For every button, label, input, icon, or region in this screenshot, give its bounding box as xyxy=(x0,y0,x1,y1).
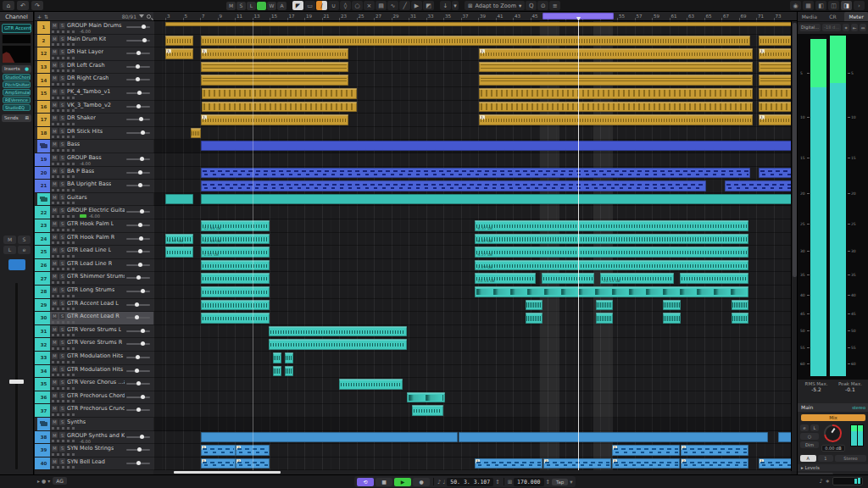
track-mini-controls[interactable] xyxy=(52,215,77,218)
audio-clip[interactable] xyxy=(663,300,681,311)
undo-icon[interactable]: ↶ xyxy=(17,1,29,10)
track-mini-controls[interactable] xyxy=(52,149,77,152)
volume-slider[interactable] xyxy=(126,251,150,252)
audio-clip[interactable] xyxy=(407,392,445,403)
volume-slider[interactable] xyxy=(126,383,150,385)
volume-slider[interactable] xyxy=(126,225,150,226)
track-mini-controls[interactable] xyxy=(52,123,77,125)
autoscroll-icon[interactable]: ↓ xyxy=(440,1,451,10)
audio-clip[interactable] xyxy=(542,273,594,284)
audio-clip[interactable] xyxy=(165,36,193,47)
track-mini-controls[interactable] xyxy=(52,361,77,363)
audio-clip[interactable] xyxy=(201,300,270,311)
audio-clip[interactable] xyxy=(596,300,613,311)
track-icon[interactable]: 13 xyxy=(37,61,50,74)
track-icon[interactable]: 21 xyxy=(37,180,50,192)
monitor-1-button[interactable]: 1 xyxy=(818,455,834,462)
solo-button[interactable]: S xyxy=(59,287,65,293)
snap-type-dropdown[interactable]: ⊞Adapt to Zoom▾ xyxy=(465,1,525,10)
track-name[interactable]: VK_3_Tambo_v2 xyxy=(67,102,111,108)
audio-clip[interactable]: -12.44 dB xyxy=(201,234,270,245)
volume-slider-thumb[interactable] xyxy=(140,209,144,214)
audio-clip[interactable] xyxy=(680,273,748,284)
eq-toggle-button[interactable]: ≡ xyxy=(549,1,560,10)
midi-clip[interactable]: 1 xyxy=(475,458,542,469)
mute-button[interactable]: M xyxy=(52,168,58,174)
solo-button[interactable]: S xyxy=(59,155,65,161)
volume-slider-thumb[interactable] xyxy=(141,395,145,399)
track-icon[interactable]: 19 xyxy=(37,153,50,166)
tab-media[interactable]: Media xyxy=(798,12,821,21)
insert-slot[interactable]: PitchShifter xyxy=(3,81,31,88)
track-name[interactable]: Main Drum Kit xyxy=(67,36,106,42)
solo-button[interactable]: S xyxy=(59,406,65,412)
track-mini-controls[interactable] xyxy=(52,347,77,350)
mute-button[interactable]: M xyxy=(52,75,58,81)
track-icon[interactable]: 22 xyxy=(37,206,50,219)
track-icon[interactable]: 18 xyxy=(37,127,50,140)
search-track-icon[interactable] xyxy=(147,14,151,19)
audio-clip[interactable] xyxy=(479,62,753,73)
track-icon[interactable]: 37 xyxy=(37,404,50,417)
audio-clip[interactable]: 1. xyxy=(479,114,753,125)
track-mini-controls[interactable] xyxy=(52,43,77,46)
volume-slider-thumb[interactable] xyxy=(137,447,142,452)
track-name[interactable]: GTR Modulation Hits R xyxy=(67,366,125,373)
play-button[interactable]: ▶ xyxy=(394,478,411,486)
track-mini-controls[interactable] xyxy=(52,374,77,376)
track-mini-controls[interactable] xyxy=(52,255,77,258)
track-row[interactable]: 21MSBA Upright Bass xyxy=(35,180,153,193)
mute-button[interactable]: M xyxy=(52,221,58,227)
position-stepper[interactable]: ↕ xyxy=(495,479,499,485)
track-name[interactable]: SYN Melo Strings xyxy=(67,445,114,452)
track-name[interactable]: DR Shaker xyxy=(67,114,96,121)
volume-slider-thumb[interactable] xyxy=(141,329,145,333)
track-name[interactable]: GTR Long Strums xyxy=(67,286,114,293)
audio-clip[interactable] xyxy=(339,379,403,390)
track-name[interactable]: GTR Verse Strums L xyxy=(67,326,121,333)
mute-button[interactable]: M xyxy=(52,419,58,425)
right-zone-toggle[interactable]: ◨ xyxy=(841,1,852,10)
volume-slider[interactable] xyxy=(126,436,150,438)
insert-slot[interactable]: AmpSimulator xyxy=(3,89,31,96)
track-row[interactable]: 33MSGTR Modulation Hits L xyxy=(35,352,153,365)
volume-slider-thumb[interactable] xyxy=(140,157,144,161)
audio-clip[interactable]: 1. xyxy=(201,48,348,59)
track-mini-controls[interactable] xyxy=(52,334,77,336)
insert-slot[interactable]: REVerence xyxy=(3,97,31,103)
volume-slider[interactable] xyxy=(126,132,150,134)
mute-button[interactable]: M xyxy=(52,141,58,147)
global-s-button[interactable]: S xyxy=(236,2,246,10)
control-room-level-value[interactable]: 0.00 dB xyxy=(821,445,845,452)
solo-button[interactable]: S xyxy=(59,36,65,42)
mute-button[interactable]: M xyxy=(52,392,58,398)
track-icon[interactable]: 1 xyxy=(37,21,50,34)
solo-button[interactable]: S xyxy=(59,458,65,464)
track-icon[interactable]: 38 xyxy=(37,431,50,444)
track-name[interactable]: GTR Prechorus Chords xyxy=(67,392,125,399)
volume-slider[interactable] xyxy=(126,26,150,28)
audio-clip[interactable] xyxy=(273,366,281,377)
track-mini-controls[interactable] xyxy=(52,163,77,165)
split-tool[interactable]: ∕ xyxy=(316,1,327,10)
track-name[interactable]: GROUP Synths and Keys xyxy=(67,432,125,439)
track-mini-controls[interactable] xyxy=(52,268,77,270)
meter-settings-icon[interactable]: ✶ xyxy=(843,24,849,31)
meter-reset-icon[interactable]: ⇔ xyxy=(860,24,866,31)
time-ruler[interactable]: 3579111315171921232527293133353739414345… xyxy=(153,12,797,21)
volume-slider-thumb[interactable] xyxy=(142,38,147,42)
cr-dim-button[interactable]: Dim xyxy=(800,441,819,448)
audio-clip[interactable] xyxy=(269,326,407,337)
mute-button[interactable]: M xyxy=(52,194,58,200)
volume-slider[interactable] xyxy=(126,317,150,319)
control-room-level-knob[interactable] xyxy=(824,424,842,442)
zoom-tool[interactable]: ○ xyxy=(352,1,363,10)
volume-slider-thumb[interactable] xyxy=(136,77,140,81)
mute-button[interactable]: M xyxy=(52,181,58,187)
midi-clip[interactable]: 1 xyxy=(201,458,236,469)
volume-slider-thumb[interactable] xyxy=(136,51,141,55)
volume-slider[interactable] xyxy=(126,304,150,306)
track-gain-value[interactable]: -6.00 xyxy=(80,439,91,444)
studio-icon[interactable]: ▦ xyxy=(803,1,814,10)
audio-clip[interactable]: 1. xyxy=(165,48,193,59)
